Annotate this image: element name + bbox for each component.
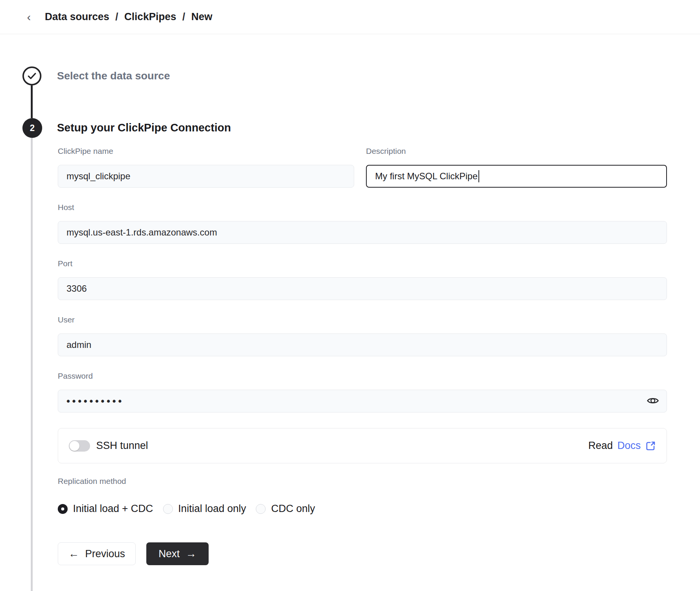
password-input[interactable] [58, 390, 667, 412]
step2-number: 2 [30, 123, 35, 133]
breadcrumb-new: New [191, 11, 212, 23]
external-link-icon[interactable] [645, 441, 656, 451]
radio-initial-load-cdc[interactable]: Initial load + CDC [58, 503, 153, 515]
arrow-left-icon: ← [68, 548, 79, 559]
top-bar: ‹ Data sources / ClickPipes / New [0, 0, 700, 34]
back-chevron-icon[interactable]: ‹ [21, 9, 36, 25]
replication-options: Initial load + CDC Initial load only CDC… [58, 503, 667, 515]
breadcrumb-separator: / [116, 11, 119, 23]
ssh-tunnel-toggle[interactable] [69, 440, 90, 452]
previous-label: Previous [85, 548, 125, 560]
host-field: Host [58, 203, 667, 244]
description-label: Description [366, 147, 667, 155]
description-value: My first MySQL ClickPipe [375, 171, 478, 182]
host-label: Host [58, 203, 667, 212]
clickpipe-name-field: ClickPipe name [58, 147, 354, 188]
radio-cdc-only[interactable]: CDC only [256, 503, 315, 515]
port-input[interactable] [58, 277, 667, 300]
user-field: User [58, 316, 667, 356]
radio-label: CDC only [271, 503, 315, 515]
form-actions: ← Previous Next → [58, 542, 667, 565]
description-field: Description My first MySQL ClickPipe [366, 147, 667, 188]
radio-unselected-icon [256, 504, 266, 514]
step2-circle: 2 [22, 118, 42, 138]
read-text: Read [588, 440, 613, 452]
toggle-knob [70, 441, 79, 451]
stepper-connector-complete [31, 85, 33, 118]
password-input-wrapper [58, 390, 667, 412]
arrow-right-icon: → [186, 548, 196, 559]
port-label: Port [58, 259, 667, 268]
next-button[interactable]: Next → [146, 542, 209, 565]
docs-link[interactable]: Docs [617, 440, 641, 452]
breadcrumb-data-sources[interactable]: Data sources [45, 11, 109, 23]
breadcrumb-clickpipes[interactable]: ClickPipes [124, 11, 176, 23]
step1-complete-circle [22, 66, 41, 85]
clickpipe-name-label: ClickPipe name [58, 147, 354, 155]
password-field: Password [58, 372, 667, 412]
breadcrumb: Data sources / ClickPipes / New [45, 11, 212, 23]
password-label: Password [58, 372, 667, 380]
radio-unselected-icon [163, 504, 173, 514]
checkmark-icon [28, 73, 36, 79]
text-cursor [478, 170, 479, 182]
clickpipe-connection-form: ClickPipe name Description My first MySQ… [58, 147, 667, 565]
previous-button[interactable]: ← Previous [58, 542, 136, 565]
page-body: Select the data source 2 Setup your Clic… [0, 34, 700, 591]
user-label: User [58, 316, 667, 324]
radio-label: Initial load + CDC [73, 503, 153, 515]
port-field: Port [58, 259, 667, 300]
ssh-tunnel-card: SSH tunnel Read Docs [58, 428, 667, 463]
breadcrumb-separator: / [182, 11, 185, 23]
next-label: Next [158, 548, 180, 560]
host-input[interactable] [58, 221, 667, 244]
show-password-button[interactable] [646, 395, 660, 408]
radio-label: Initial load only [178, 503, 246, 515]
stepper-connector-pending [31, 138, 33, 591]
name-description-row: ClickPipe name Description My first MySQ… [58, 147, 667, 188]
ssh-tunnel-label: SSH tunnel [96, 440, 148, 452]
clickpipe-name-input[interactable] [58, 165, 354, 188]
radio-selected-icon [58, 504, 68, 514]
read-docs: Read Docs [588, 440, 656, 452]
eye-icon [646, 395, 660, 408]
step1-title: Select the data source [57, 70, 170, 82]
radio-initial-load-only[interactable]: Initial load only [163, 503, 246, 515]
description-input[interactable]: My first MySQL ClickPipe [366, 165, 667, 188]
user-input[interactable] [58, 333, 667, 356]
step2-title: Setup your ClickPipe Connection [57, 122, 231, 134]
replication-method-label: Replication method [58, 477, 667, 485]
